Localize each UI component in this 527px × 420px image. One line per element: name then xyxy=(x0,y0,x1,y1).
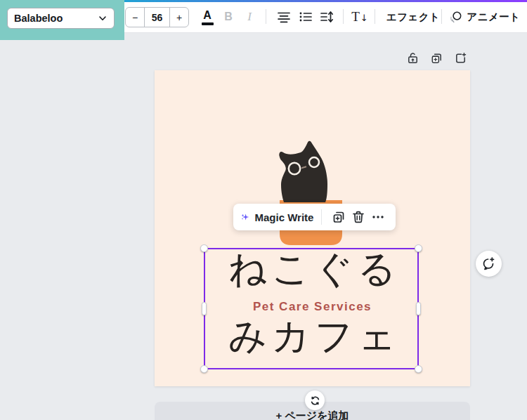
toolbar-divider xyxy=(266,9,266,24)
italic-button[interactable]: I xyxy=(241,6,258,28)
animate-button[interactable]: アニメート xyxy=(448,6,521,28)
text-selection-box[interactable] xyxy=(204,248,419,369)
sync-pages-button[interactable] xyxy=(305,391,325,410)
cat-body xyxy=(279,141,327,202)
add-page-icon xyxy=(454,51,467,65)
unlock-icon xyxy=(406,51,419,65)
lock-page-button[interactable] xyxy=(403,48,422,67)
toolbar-divider xyxy=(321,209,322,225)
font-size-increase-button[interactable]: + xyxy=(170,8,188,27)
page-actions xyxy=(403,48,469,67)
animate-icon xyxy=(449,11,462,24)
add-page-icon-button[interactable] xyxy=(451,48,469,67)
font-size-decrease-button[interactable]: − xyxy=(126,8,144,27)
text-color-swatch xyxy=(202,22,214,25)
resize-handle-top-right[interactable] xyxy=(415,244,422,252)
line-spacing-icon xyxy=(320,10,334,24)
bullet-list-icon xyxy=(299,10,313,24)
text-color-letter: A xyxy=(203,10,212,21)
resize-handle-bottom-right[interactable] xyxy=(415,365,422,373)
magic-write-button[interactable]: Magic Write xyxy=(255,211,314,223)
vertical-text-button[interactable]: T↓ xyxy=(349,6,371,28)
resize-handle-middle-right[interactable] xyxy=(416,302,421,315)
sync-icon xyxy=(310,395,320,406)
font-size-control: − 56 + xyxy=(125,7,189,27)
align-center-icon xyxy=(277,10,291,24)
font-family-value: Balabeloo xyxy=(14,13,98,24)
duplicate-icon xyxy=(332,210,346,224)
bullet-list-button[interactable] xyxy=(296,6,315,28)
ellipsis-icon xyxy=(371,210,385,224)
line-spacing-button[interactable] xyxy=(317,6,337,28)
floating-element-toolbar: Magic Write xyxy=(233,204,396,230)
toolbar-divider xyxy=(441,9,442,24)
font-size-value[interactable]: 56 xyxy=(144,8,170,27)
duplicate-icon xyxy=(430,51,443,65)
font-family-selector[interactable]: Balabeloo xyxy=(7,8,115,29)
vertical-text-letter: T xyxy=(351,9,360,25)
toolbar-divider xyxy=(375,9,375,24)
resize-handle-bottom-left[interactable] xyxy=(200,365,208,373)
magic-write-sparkle-icon xyxy=(241,210,249,224)
duplicate-page-button[interactable] xyxy=(427,48,445,67)
resize-handle-top-left[interactable] xyxy=(200,244,208,252)
trash-icon xyxy=(351,210,365,224)
duplicate-element-button[interactable] xyxy=(332,209,346,225)
bold-button[interactable]: B xyxy=(219,6,238,28)
delete-element-button[interactable] xyxy=(351,209,365,225)
canva-editor: − 56 + A B I xyxy=(0,0,527,420)
toolbar-divider xyxy=(343,9,344,24)
black-cat-illustration[interactable] xyxy=(278,138,348,247)
resize-handle-middle-left[interactable] xyxy=(202,302,207,315)
workspace: ねこぐる Pet Care Services みカフェ Magic Writ xyxy=(0,33,527,420)
text-align-button[interactable] xyxy=(274,6,294,28)
cat-nose xyxy=(302,167,306,169)
animate-label: アニメート xyxy=(467,11,520,24)
effects-button[interactable]: エフェクト xyxy=(382,6,445,28)
add-comment-button[interactable] xyxy=(476,251,502,277)
text-toolbar: − 56 + A B I xyxy=(0,0,527,33)
chevron-down-icon xyxy=(98,13,108,23)
more-options-button[interactable] xyxy=(371,209,385,225)
down-arrow-icon: ↓ xyxy=(360,13,368,23)
comment-plus-icon xyxy=(481,256,496,271)
text-color-button[interactable]: A xyxy=(197,6,217,28)
